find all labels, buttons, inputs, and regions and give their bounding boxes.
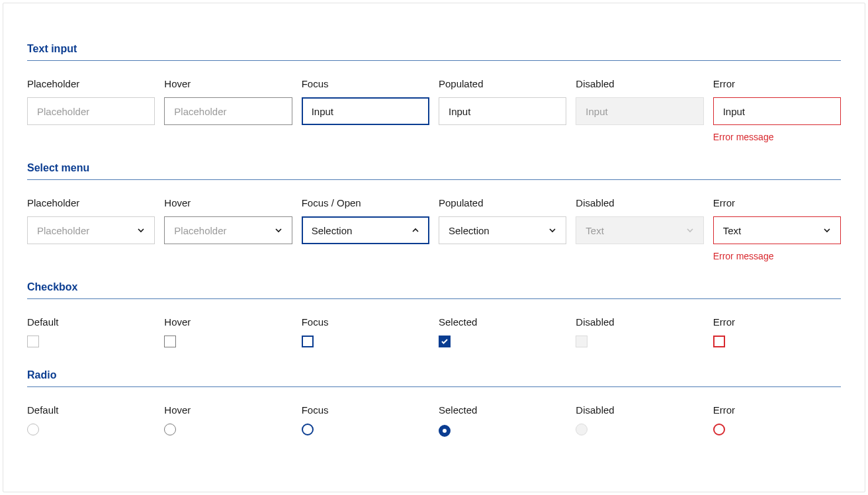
text-input-focus[interactable] — [302, 97, 429, 125]
state-label: Focus — [302, 78, 429, 89]
state-label: Placeholder — [27, 197, 155, 208]
text-input-hover-col: Hover — [164, 78, 292, 142]
text-input-focus-col: Focus — [302, 78, 429, 142]
text-input-error-col: Error Error message — [713, 78, 841, 142]
form-states-spec: Text input Placeholder Hover Focus Popul… — [3, 3, 865, 492]
text-input-heading: Text input — [27, 43, 841, 55]
select-focus-open[interactable]: Selection — [302, 216, 429, 244]
checkbox-focus-col: Focus — [302, 316, 429, 349]
radio-error-col: Error — [713, 404, 841, 437]
state-label: Disabled — [576, 404, 703, 416]
text-input-row: Placeholder Hover Focus Populated Disabl… — [27, 78, 841, 142]
checkbox-heading: Checkbox — [27, 281, 841, 293]
state-label: Hover — [164, 316, 292, 328]
select-disabled-col: Disabled Text — [576, 197, 703, 261]
state-label: Focus — [302, 404, 429, 416]
checkbox-row: Default Hover Focus Selected Disabled Er… — [27, 316, 841, 349]
chevron-up-icon — [412, 226, 419, 234]
state-label: Hover — [164, 78, 292, 89]
radio-focus[interactable] — [302, 424, 314, 435]
state-label: Error — [713, 78, 841, 89]
select-focus-col: Focus / Open Selection — [302, 197, 429, 261]
select-hover[interactable]: Placeholder — [164, 216, 292, 244]
select-text: Text — [586, 225, 685, 236]
radio-default-col: Default — [27, 404, 155, 437]
select-error-col: Error Text Error message — [713, 197, 841, 261]
text-input-populated-col: Populated — [439, 78, 566, 142]
select-disabled: Text — [576, 216, 703, 244]
text-input-populated[interactable] — [439, 97, 566, 125]
state-label: Focus / Open — [302, 197, 429, 208]
radio-selected[interactable] — [439, 425, 451, 437]
select-placeholder[interactable]: Placeholder — [27, 216, 155, 244]
text-input-error-message: Error message — [713, 132, 841, 142]
text-input-error[interactable] — [713, 97, 841, 125]
select-text: Selection — [449, 225, 548, 236]
select-placeholder-col: Placeholder Placeholder — [27, 197, 155, 261]
chevron-down-icon — [275, 226, 282, 234]
select-error[interactable]: Text — [713, 216, 841, 244]
checkbox-error[interactable] — [713, 336, 725, 347]
radio-hover[interactable] — [164, 424, 176, 435]
text-input-placeholder[interactable] — [27, 97, 155, 125]
select-menu-row: Placeholder Placeholder Hover Placeholde… — [27, 197, 841, 261]
state-label: Hover — [164, 404, 292, 416]
select-menu-heading: Select menu — [27, 162, 841, 174]
radio-heading: Radio — [27, 369, 841, 381]
radio-disabled — [576, 424, 587, 435]
select-hover-col: Hover Placeholder — [164, 197, 292, 261]
text-input-disabled — [576, 97, 703, 125]
select-populated-col: Populated Selection — [439, 197, 566, 261]
checkbox-selected[interactable] — [439, 336, 451, 347]
radio-divider — [27, 386, 841, 387]
checkbox-hover[interactable] — [164, 336, 176, 347]
radio-disabled-col: Disabled — [576, 404, 703, 437]
radio-focus-col: Focus — [302, 404, 429, 437]
chevron-down-icon — [823, 226, 831, 234]
state-label: Disabled — [576, 316, 703, 328]
state-label: Populated — [439, 78, 566, 89]
checkbox-selected-col: Selected — [439, 316, 566, 349]
text-input-divider — [27, 60, 841, 61]
state-label: Disabled — [576, 78, 703, 89]
state-label: Placeholder — [27, 78, 155, 89]
radio-selected-col: Selected — [439, 404, 566, 437]
checkbox-error-col: Error — [713, 316, 841, 349]
chevron-down-icon — [686, 226, 694, 234]
checkbox-default-col: Default — [27, 316, 155, 349]
state-label: Populated — [439, 197, 566, 208]
checkbox-focus[interactable] — [302, 336, 314, 347]
state-label: Error — [713, 316, 841, 328]
state-label: Default — [27, 316, 155, 328]
state-label: Default — [27, 404, 155, 416]
text-input-disabled-col: Disabled — [576, 78, 703, 142]
chevron-down-icon — [137, 226, 145, 234]
select-error-message: Error message — [713, 251, 841, 261]
state-label: Selected — [439, 404, 566, 416]
text-input-placeholder-col: Placeholder — [27, 78, 155, 142]
select-text: Placeholder — [174, 225, 274, 236]
select-text: Placeholder — [37, 225, 137, 236]
state-label: Selected — [439, 316, 566, 328]
radio-default[interactable] — [27, 424, 39, 435]
select-text: Selection — [312, 225, 412, 236]
select-populated[interactable]: Selection — [439, 216, 566, 244]
checkbox-disabled-col: Disabled — [576, 316, 703, 349]
state-label: Error — [713, 197, 841, 208]
state-label: Error — [713, 404, 841, 416]
chevron-down-icon — [548, 226, 556, 234]
radio-hover-col: Hover — [164, 404, 292, 437]
checkbox-divider — [27, 298, 841, 299]
state-label: Hover — [164, 197, 292, 208]
checkbox-default[interactable] — [27, 336, 39, 347]
text-input-hover[interactable] — [164, 97, 292, 125]
checkbox-hover-col: Hover — [164, 316, 292, 349]
select-text: Text — [723, 225, 823, 236]
checkbox-disabled — [576, 336, 587, 347]
state-label: Focus — [302, 316, 429, 328]
state-label: Disabled — [576, 197, 703, 208]
radio-error[interactable] — [713, 424, 725, 435]
select-menu-divider — [27, 179, 841, 180]
radio-row: Default Hover Focus Selected Disabled Er… — [27, 404, 841, 437]
